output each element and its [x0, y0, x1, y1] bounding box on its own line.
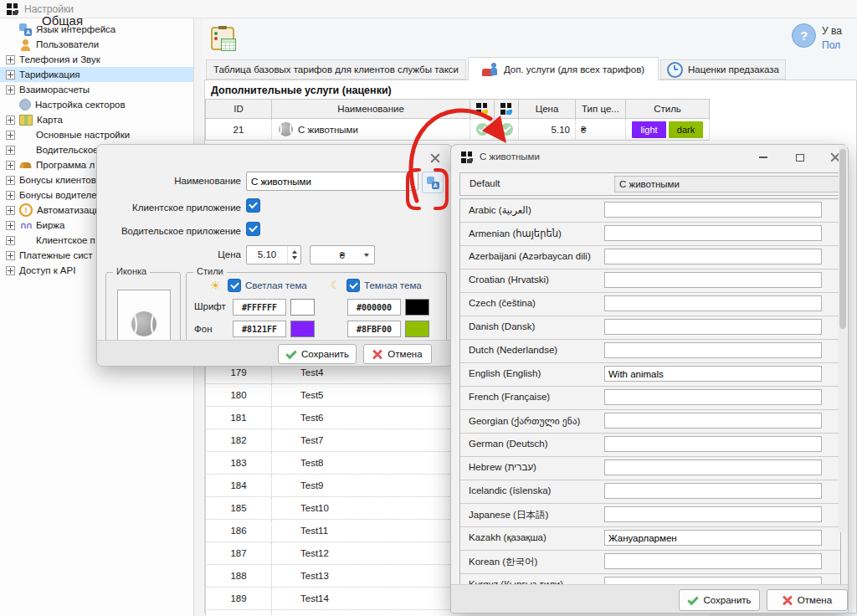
translation-input[interactable] [604, 249, 822, 264]
translate-button[interactable] [422, 172, 444, 193]
close-icon[interactable] [430, 153, 440, 163]
cancel-button[interactable]: Отмена [767, 589, 848, 611]
clock-icon [667, 62, 683, 78]
expand-icon[interactable] [6, 251, 15, 260]
sidebar-item[interactable]: Настройка секторов [0, 97, 193, 112]
expand-icon[interactable] [6, 55, 15, 64]
col-price[interactable]: Цена [519, 99, 576, 119]
expand-icon[interactable] [6, 131, 15, 140]
translation-input[interactable] [604, 436, 822, 452]
translation-input[interactable] [604, 413, 822, 429]
expand-icon[interactable] [6, 176, 15, 185]
translation-input[interactable] [604, 506, 822, 522]
price-stepper[interactable]: 5.10 [246, 245, 301, 264]
dark-bg-swatch[interactable] [405, 321, 429, 337]
translation-input[interactable] [604, 553, 822, 569]
save-button[interactable]: Сохранить [278, 344, 357, 364]
sidebar-item[interactable]: Тарификация [0, 67, 193, 82]
translation-row: Dutch (Nederlandse) [460, 340, 840, 363]
dark-theme-checkbox[interactable] [346, 279, 360, 292]
sidebar-item[interactable]: Язык интерфейса [0, 22, 193, 37]
sidebar-item-icon [19, 159, 32, 172]
translation-input[interactable] [604, 342, 822, 358]
help-icon[interactable]: ? [792, 23, 816, 48]
col-driver-app[interactable] [495, 99, 519, 119]
translation-input[interactable] [604, 530, 822, 546]
expand-icon[interactable] [6, 146, 15, 155]
tab-preorder-markups[interactable]: Наценки предзаказа [660, 59, 786, 80]
col-id[interactable]: ID [205, 99, 272, 119]
scrollbar-thumb[interactable] [839, 149, 846, 329]
expand-icon[interactable] [6, 191, 15, 200]
expand-icon[interactable] [6, 206, 15, 215]
language-label: Hebrew (עברית) [469, 462, 536, 472]
col-client-app[interactable] [470, 99, 495, 119]
tab-extra-services[interactable]: Доп. услуги (для всех тарифов) [468, 57, 659, 80]
sidebar-item-label: Водительское [36, 145, 99, 155]
col-style[interactable]: Стиль [626, 99, 710, 119]
sidebar-item-label: Настройка секторов [35, 100, 126, 110]
sidebar-item[interactable]: Взаиморасчеты [0, 82, 193, 97]
table-row-21[interactable]: 21 С животными 5.10 ₴ light dark [205, 119, 710, 141]
sidebar-item[interactable]: Карта [0, 112, 193, 127]
expand-icon[interactable] [6, 221, 15, 230]
translation-input[interactable] [604, 295, 822, 311]
sidebar-item-icon [19, 23, 32, 36]
translation-input[interactable] [604, 272, 822, 288]
light-bg-swatch[interactable] [290, 321, 315, 337]
save-button[interactable]: Сохранить [679, 589, 760, 611]
translation-input[interactable] [604, 202, 822, 218]
translation-row: Arabic (العربية) [460, 199, 840, 223]
cell-id: 185 [205, 497, 272, 519]
col-name[interactable]: Наименование [272, 99, 470, 119]
translation-input[interactable] [604, 319, 822, 335]
dark-font-hex-input[interactable] [347, 299, 401, 316]
tennis-ball-icon [279, 122, 293, 136]
translation-input[interactable] [604, 225, 822, 241]
check-circle-icon [500, 123, 513, 136]
sidebar-item-icon [19, 234, 32, 247]
light-font-swatch[interactable] [290, 299, 315, 316]
language-label: Czech (čeština) [469, 298, 536, 308]
icon-group-label: Иконка [113, 266, 150, 276]
name-input[interactable] [246, 172, 418, 191]
cancel-button[interactable]: Отмена [363, 344, 432, 364]
light-bg-hex-input[interactable] [233, 321, 286, 337]
expand-icon[interactable] [6, 70, 15, 80]
sidebar-item[interactable]: Телефония и Звук [0, 52, 193, 67]
currency-select[interactable]: ₴ [310, 245, 375, 264]
cell-id: 182 [205, 429, 272, 451]
sidebar-item-label: Бонусы водителе [19, 190, 97, 200]
language-label: French (Française) [469, 392, 550, 402]
maximize-button[interactable] [791, 150, 809, 165]
translation-row: Korean (한국어) [460, 551, 840, 574]
default-value-field: С животными [614, 176, 845, 192]
light-theme-checkbox[interactable] [228, 279, 241, 292]
list-scrollbar[interactable] [839, 146, 847, 532]
client-app-checkbox[interactable] [246, 198, 260, 213]
expand-icon[interactable] [6, 116, 15, 125]
expand-icon[interactable] [6, 236, 15, 245]
translation-input[interactable] [604, 366, 822, 382]
translations-dialog: С животными Default С животными Arabic (… [450, 144, 849, 613]
stepper-arrows[interactable] [287, 246, 300, 264]
dark-bg-hex-input[interactable] [347, 321, 401, 337]
col-price-type[interactable]: Тип це... [576, 99, 626, 119]
expand-icon[interactable] [6, 266, 15, 275]
light-font-hex-input[interactable] [233, 299, 286, 316]
window-titlebar: Настройки [0, 0, 857, 18]
driver-app-checkbox[interactable] [246, 222, 260, 236]
dark-font-swatch[interactable] [405, 299, 429, 316]
minimize-button[interactable] [754, 150, 772, 165]
sidebar-item[interactable]: Основные настройки [0, 127, 193, 142]
tab-base-tariffs[interactable]: Таблица базовых тарифов для клиентов слу… [206, 59, 466, 80]
settings-window: Настройки Язык интерфейса Пользователи Т… [0, 0, 857, 616]
translation-input[interactable] [604, 389, 822, 405]
help-link[interactable]: Пол [822, 39, 840, 51]
check-icon [687, 596, 698, 605]
expand-icon[interactable] [6, 85, 15, 95]
sidebar-item[interactable]: Пользователи [0, 37, 193, 52]
expand-icon[interactable] [6, 161, 15, 170]
translation-input[interactable] [604, 483, 822, 499]
translation-input[interactable] [604, 459, 822, 475]
